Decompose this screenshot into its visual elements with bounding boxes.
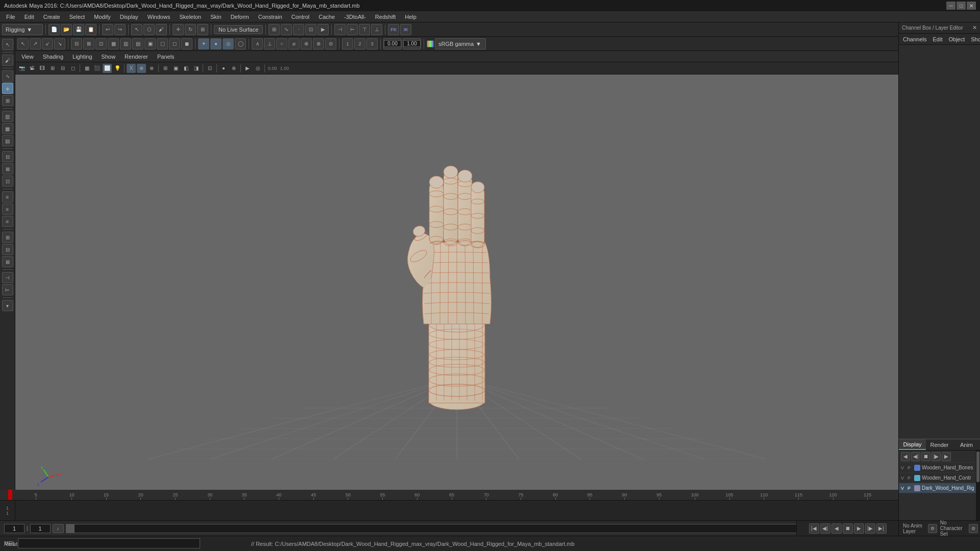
more-left1[interactable]: ⊣ xyxy=(2,272,13,283)
timeline[interactable] xyxy=(0,500,898,520)
channel-box-close[interactable]: ✕ xyxy=(972,24,977,31)
rig-fk-button[interactable]: FK xyxy=(388,24,399,35)
vp-menu-view[interactable]: View xyxy=(17,53,38,61)
save-file-button[interactable]: 💾 xyxy=(73,24,84,35)
extra-left1[interactable]: ⊞ xyxy=(2,232,13,243)
prev-keyframe-btn[interactable]: |◀ xyxy=(809,523,819,534)
snap-grid-button[interactable]: ⊞ xyxy=(268,24,280,35)
rotate-tool[interactable]: ↻ xyxy=(185,24,196,35)
vp-menu-renderer[interactable]: Renderer xyxy=(120,53,152,61)
vp-btn4[interactable]: ⊞ xyxy=(48,64,57,73)
vp-menu-panels[interactable]: Panels xyxy=(153,53,179,61)
snap-left3[interactable]: ⊡ xyxy=(2,176,13,187)
cb-tab-show[interactable]: Show xyxy=(969,35,980,43)
range-start-input[interactable] xyxy=(30,524,51,533)
next-frame-btn[interactable]: |▶ xyxy=(865,523,875,534)
snap6[interactable]: ▤ xyxy=(132,38,143,49)
value-input2[interactable] xyxy=(403,40,421,47)
audio-btn[interactable]: ♪ xyxy=(53,524,64,533)
minimize-button[interactable]: ─ xyxy=(946,2,955,10)
mel-input[interactable] xyxy=(18,538,200,548)
snap-left1[interactable]: ⊟ xyxy=(2,151,13,162)
vp-aa-btn[interactable]: ◨ xyxy=(191,64,201,73)
vp-env2[interactable]: ⊕ xyxy=(229,64,238,73)
layer-left2[interactable]: ≡ xyxy=(2,204,13,215)
layer-step-back-btn[interactable]: ◀| xyxy=(911,452,920,461)
vp-menu-lighting[interactable]: Lighting xyxy=(68,53,96,61)
poly-tool1[interactable]: ∧ xyxy=(252,38,263,49)
rig-ik-button[interactable]: IK xyxy=(400,24,411,35)
vp-render-seq[interactable]: ▶ xyxy=(243,64,252,73)
layer-stop-btn[interactable]: ⏹ xyxy=(921,452,930,461)
vp-hud-btn[interactable]: ▣ xyxy=(171,64,180,73)
rig-tool1[interactable]: ⊣ xyxy=(334,24,346,35)
layer-prev-btn[interactable]: ◀ xyxy=(901,452,910,461)
vp-btn1[interactable]: 📷 xyxy=(17,64,27,73)
vp-xray2-btn[interactable]: ⊕ xyxy=(137,64,146,73)
vp-solid-btn[interactable]: ⬛ xyxy=(92,64,102,73)
menu-display[interactable]: Display xyxy=(116,13,142,21)
menu-modify[interactable]: Modify xyxy=(90,13,114,21)
close-button[interactable]: ✕ xyxy=(967,2,976,10)
viewport-3d[interactable]: persp x y z xyxy=(15,74,898,500)
poly-tool5[interactable]: ⊕ xyxy=(301,38,312,49)
layer-tab-display[interactable]: Display xyxy=(899,439,926,450)
poly-tool6[interactable]: ⊗ xyxy=(313,38,324,49)
vp-xray3-btn[interactable]: ⊗ xyxy=(147,64,156,73)
snap-curve-button[interactable]: ∿ xyxy=(281,24,292,35)
layer-left1[interactable]: ≡ xyxy=(2,191,13,203)
maximize-button[interactable]: □ xyxy=(957,2,966,10)
play-fwd-btn[interactable]: ▶ xyxy=(854,523,864,534)
layer-next-btn[interactable]: ▶ xyxy=(942,452,951,461)
vp-texture-btn[interactable]: ⬜ xyxy=(103,64,112,73)
anim-layer-settings[interactable]: ⚙ xyxy=(928,524,937,533)
layer-item-dark[interactable]: V P Dark_Wood_Hand_Rig xyxy=(899,483,980,493)
vp-menu-shading[interactable]: Shading xyxy=(39,53,67,61)
layer-item-contr[interactable]: V P Wooden_Hand_Contr xyxy=(899,473,980,483)
rig-tool4[interactable]: ⊥ xyxy=(371,24,382,35)
bottom-expand[interactable]: ▾ xyxy=(2,300,13,311)
menu-windows[interactable]: Windows xyxy=(143,13,175,21)
snap2[interactable]: ⊠ xyxy=(83,38,94,49)
prev-frame-btn[interactable]: ◀| xyxy=(820,523,830,534)
current-frame-input[interactable] xyxy=(4,524,24,533)
paint-select-tool[interactable]: 🖌 xyxy=(156,24,167,35)
vp-ibl[interactable]: ◎ xyxy=(253,64,262,73)
menu-redshift[interactable]: Redshift xyxy=(371,13,400,21)
snap-left2[interactable]: ⊠ xyxy=(2,163,13,174)
colorspace-dropdown[interactable]: sRGB gamma ▼ xyxy=(435,38,486,49)
layer-tab-render[interactable]: Render xyxy=(926,439,953,450)
undo-button[interactable]: ↩ xyxy=(102,24,113,35)
menu-cache[interactable]: Cache xyxy=(314,13,339,21)
vp-menu-show[interactable]: Show xyxy=(97,53,120,61)
cb-tab-object[interactable]: Object xyxy=(946,35,967,43)
select-mode3[interactable]: ↙ xyxy=(42,38,53,49)
stop-btn[interactable]: ⏹ xyxy=(843,523,853,534)
cb-tab-channels[interactable]: Channels xyxy=(901,35,928,43)
menu-deform[interactable]: Deform xyxy=(227,13,253,21)
open-file-button[interactable]: 📂 xyxy=(61,24,72,35)
tool-group1[interactable]: ▥ xyxy=(2,111,13,122)
vp-btn5[interactable]: ⊟ xyxy=(58,64,67,73)
layer-tab-anim[interactable]: Anim xyxy=(953,439,980,450)
curve-tool-left[interactable]: ∿ xyxy=(2,70,13,82)
select-tool-left[interactable]: ↖ xyxy=(2,39,13,50)
tool-group2[interactable]: ▦ xyxy=(2,123,13,134)
poly-tool4[interactable]: ⌀ xyxy=(288,38,300,49)
layer-left3[interactable]: ≡ xyxy=(2,216,13,227)
select-mode1[interactable]: ↖ xyxy=(17,38,29,49)
poly-tool2[interactable]: ⊥ xyxy=(264,38,275,49)
menu-control[interactable]: Control xyxy=(287,13,313,21)
vp-snap-view[interactable]: ⊡ xyxy=(205,64,214,73)
poly-tool7[interactable]: ⊘ xyxy=(325,38,336,49)
display-mode4[interactable]: ◯ xyxy=(235,38,246,49)
vp-btn-isolate[interactable]: ◻ xyxy=(68,64,78,73)
snap5[interactable]: ▥ xyxy=(120,38,131,49)
timeline-thumb[interactable] xyxy=(66,524,75,533)
new-file-button[interactable]: 📄 xyxy=(48,24,60,35)
select-tool[interactable]: ↖ xyxy=(131,24,142,35)
layer-item-bones[interactable]: V P Wooden_Hand_Bones xyxy=(899,463,980,473)
more-left2[interactable]: ⊢ xyxy=(2,284,13,295)
res-low[interactable]: 1 xyxy=(342,38,353,49)
mode-dropdown[interactable]: Rigging ▼ xyxy=(2,24,43,35)
